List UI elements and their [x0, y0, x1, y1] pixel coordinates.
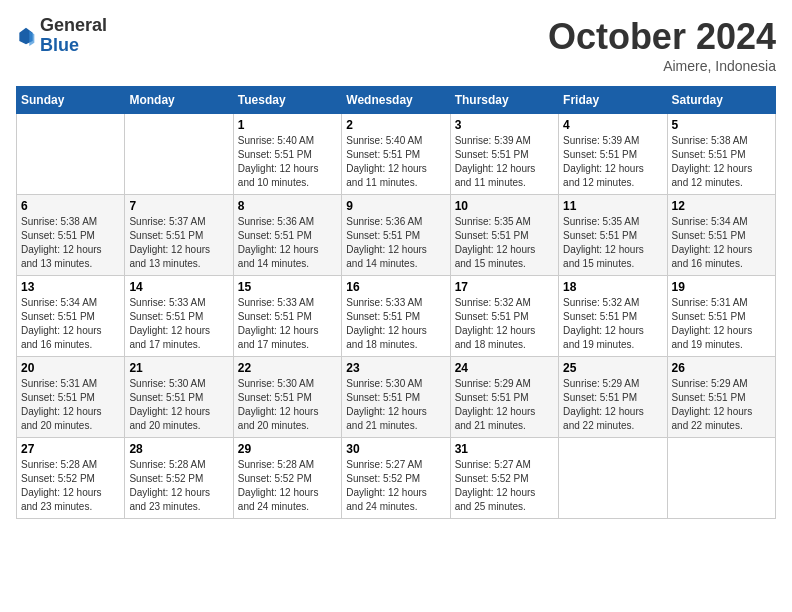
day-number: 2 [346, 118, 445, 132]
calendar-cell: 7Sunrise: 5:37 AMSunset: 5:51 PMDaylight… [125, 195, 233, 276]
day-info: Sunrise: 5:31 AMSunset: 5:51 PMDaylight:… [672, 296, 771, 352]
day-number: 16 [346, 280, 445, 294]
day-info: Sunrise: 5:33 AMSunset: 5:51 PMDaylight:… [129, 296, 228, 352]
calendar-cell: 11Sunrise: 5:35 AMSunset: 5:51 PMDayligh… [559, 195, 667, 276]
day-number: 28 [129, 442, 228, 456]
day-number: 17 [455, 280, 554, 294]
day-number: 26 [672, 361, 771, 375]
logo-icon [16, 26, 36, 46]
calendar-cell: 28Sunrise: 5:28 AMSunset: 5:52 PMDayligh… [125, 438, 233, 519]
calendar-cell: 18Sunrise: 5:32 AMSunset: 5:51 PMDayligh… [559, 276, 667, 357]
day-number: 5 [672, 118, 771, 132]
day-info: Sunrise: 5:40 AMSunset: 5:51 PMDaylight:… [346, 134, 445, 190]
calendar-cell: 31Sunrise: 5:27 AMSunset: 5:52 PMDayligh… [450, 438, 558, 519]
calendar-cell: 1Sunrise: 5:40 AMSunset: 5:51 PMDaylight… [233, 114, 341, 195]
day-info: Sunrise: 5:34 AMSunset: 5:51 PMDaylight:… [21, 296, 120, 352]
day-number: 13 [21, 280, 120, 294]
day-info: Sunrise: 5:32 AMSunset: 5:51 PMDaylight:… [563, 296, 662, 352]
col-monday: Monday [125, 87, 233, 114]
calendar-week-4: 20Sunrise: 5:31 AMSunset: 5:51 PMDayligh… [17, 357, 776, 438]
day-number: 22 [238, 361, 337, 375]
calendar-cell: 14Sunrise: 5:33 AMSunset: 5:51 PMDayligh… [125, 276, 233, 357]
day-number: 18 [563, 280, 662, 294]
calendar-cell: 26Sunrise: 5:29 AMSunset: 5:51 PMDayligh… [667, 357, 775, 438]
page-header: General Blue October 2024 Aimere, Indone… [16, 16, 776, 74]
title-block: October 2024 Aimere, Indonesia [548, 16, 776, 74]
day-number: 6 [21, 199, 120, 213]
col-sunday: Sunday [17, 87, 125, 114]
day-info: Sunrise: 5:33 AMSunset: 5:51 PMDaylight:… [238, 296, 337, 352]
day-info: Sunrise: 5:33 AMSunset: 5:51 PMDaylight:… [346, 296, 445, 352]
day-info: Sunrise: 5:38 AMSunset: 5:51 PMDaylight:… [21, 215, 120, 271]
day-number: 23 [346, 361, 445, 375]
header-row: Sunday Monday Tuesday Wednesday Thursday… [17, 87, 776, 114]
day-info: Sunrise: 5:28 AMSunset: 5:52 PMDaylight:… [129, 458, 228, 514]
day-info: Sunrise: 5:35 AMSunset: 5:51 PMDaylight:… [563, 215, 662, 271]
calendar-cell: 9Sunrise: 5:36 AMSunset: 5:51 PMDaylight… [342, 195, 450, 276]
day-info: Sunrise: 5:35 AMSunset: 5:51 PMDaylight:… [455, 215, 554, 271]
calendar-cell [667, 438, 775, 519]
day-number: 9 [346, 199, 445, 213]
day-info: Sunrise: 5:36 AMSunset: 5:51 PMDaylight:… [238, 215, 337, 271]
day-number: 20 [21, 361, 120, 375]
day-info: Sunrise: 5:30 AMSunset: 5:51 PMDaylight:… [238, 377, 337, 433]
day-number: 29 [238, 442, 337, 456]
calendar-cell: 19Sunrise: 5:31 AMSunset: 5:51 PMDayligh… [667, 276, 775, 357]
calendar-week-5: 27Sunrise: 5:28 AMSunset: 5:52 PMDayligh… [17, 438, 776, 519]
col-saturday: Saturday [667, 87, 775, 114]
calendar-cell: 27Sunrise: 5:28 AMSunset: 5:52 PMDayligh… [17, 438, 125, 519]
calendar-cell: 24Sunrise: 5:29 AMSunset: 5:51 PMDayligh… [450, 357, 558, 438]
day-info: Sunrise: 5:29 AMSunset: 5:51 PMDaylight:… [563, 377, 662, 433]
calendar-cell: 17Sunrise: 5:32 AMSunset: 5:51 PMDayligh… [450, 276, 558, 357]
day-number: 25 [563, 361, 662, 375]
day-info: Sunrise: 5:39 AMSunset: 5:51 PMDaylight:… [455, 134, 554, 190]
day-info: Sunrise: 5:32 AMSunset: 5:51 PMDaylight:… [455, 296, 554, 352]
day-number: 11 [563, 199, 662, 213]
day-number: 8 [238, 199, 337, 213]
calendar-cell: 22Sunrise: 5:30 AMSunset: 5:51 PMDayligh… [233, 357, 341, 438]
calendar-cell [559, 438, 667, 519]
day-info: Sunrise: 5:39 AMSunset: 5:51 PMDaylight:… [563, 134, 662, 190]
calendar-week-3: 13Sunrise: 5:34 AMSunset: 5:51 PMDayligh… [17, 276, 776, 357]
calendar-cell: 15Sunrise: 5:33 AMSunset: 5:51 PMDayligh… [233, 276, 341, 357]
day-info: Sunrise: 5:38 AMSunset: 5:51 PMDaylight:… [672, 134, 771, 190]
day-number: 27 [21, 442, 120, 456]
day-number: 7 [129, 199, 228, 213]
day-info: Sunrise: 5:27 AMSunset: 5:52 PMDaylight:… [455, 458, 554, 514]
day-info: Sunrise: 5:37 AMSunset: 5:51 PMDaylight:… [129, 215, 228, 271]
day-info: Sunrise: 5:30 AMSunset: 5:51 PMDaylight:… [346, 377, 445, 433]
day-info: Sunrise: 5:30 AMSunset: 5:51 PMDaylight:… [129, 377, 228, 433]
col-friday: Friday [559, 87, 667, 114]
calendar-table: Sunday Monday Tuesday Wednesday Thursday… [16, 86, 776, 519]
calendar-cell: 23Sunrise: 5:30 AMSunset: 5:51 PMDayligh… [342, 357, 450, 438]
day-number: 10 [455, 199, 554, 213]
logo: General Blue [16, 16, 107, 56]
day-info: Sunrise: 5:27 AMSunset: 5:52 PMDaylight:… [346, 458, 445, 514]
calendar-cell: 21Sunrise: 5:30 AMSunset: 5:51 PMDayligh… [125, 357, 233, 438]
calendar-cell: 25Sunrise: 5:29 AMSunset: 5:51 PMDayligh… [559, 357, 667, 438]
day-info: Sunrise: 5:36 AMSunset: 5:51 PMDaylight:… [346, 215, 445, 271]
calendar-week-1: 1Sunrise: 5:40 AMSunset: 5:51 PMDaylight… [17, 114, 776, 195]
day-number: 30 [346, 442, 445, 456]
calendar-cell: 6Sunrise: 5:38 AMSunset: 5:51 PMDaylight… [17, 195, 125, 276]
logo-blue-text: Blue [40, 35, 79, 55]
day-number: 1 [238, 118, 337, 132]
calendar-cell: 5Sunrise: 5:38 AMSunset: 5:51 PMDaylight… [667, 114, 775, 195]
day-info: Sunrise: 5:28 AMSunset: 5:52 PMDaylight:… [238, 458, 337, 514]
day-number: 3 [455, 118, 554, 132]
calendar-cell: 3Sunrise: 5:39 AMSunset: 5:51 PMDaylight… [450, 114, 558, 195]
day-number: 24 [455, 361, 554, 375]
calendar-cell: 20Sunrise: 5:31 AMSunset: 5:51 PMDayligh… [17, 357, 125, 438]
month-title: October 2024 [548, 16, 776, 58]
day-info: Sunrise: 5:40 AMSunset: 5:51 PMDaylight:… [238, 134, 337, 190]
calendar-cell: 8Sunrise: 5:36 AMSunset: 5:51 PMDaylight… [233, 195, 341, 276]
day-number: 4 [563, 118, 662, 132]
day-number: 31 [455, 442, 554, 456]
calendar-cell: 16Sunrise: 5:33 AMSunset: 5:51 PMDayligh… [342, 276, 450, 357]
calendar-header: Sunday Monday Tuesday Wednesday Thursday… [17, 87, 776, 114]
calendar-cell [17, 114, 125, 195]
location-text: Aimere, Indonesia [548, 58, 776, 74]
calendar-cell: 29Sunrise: 5:28 AMSunset: 5:52 PMDayligh… [233, 438, 341, 519]
calendar-cell: 13Sunrise: 5:34 AMSunset: 5:51 PMDayligh… [17, 276, 125, 357]
calendar-cell: 10Sunrise: 5:35 AMSunset: 5:51 PMDayligh… [450, 195, 558, 276]
